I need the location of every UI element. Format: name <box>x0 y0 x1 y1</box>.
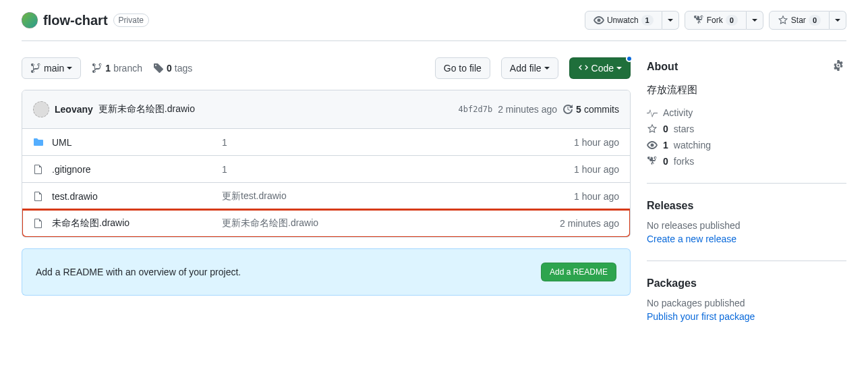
caret-down-icon <box>67 67 72 70</box>
file-name[interactable]: UML <box>52 137 214 148</box>
fork-dropdown[interactable] <box>747 11 763 30</box>
star-icon <box>647 124 658 134</box>
caret-down-icon <box>668 19 673 22</box>
about-settings-button[interactable] <box>830 57 846 76</box>
pulse-icon <box>647 107 658 118</box>
indicator-dot <box>626 55 633 62</box>
star-icon <box>778 15 788 26</box>
file-commit-message[interactable]: 更新未命名绘图.drawio <box>222 217 552 229</box>
packages-title: Packages <box>647 277 846 290</box>
gear-icon <box>833 60 844 71</box>
eye-icon <box>647 140 658 151</box>
repo-header: flow-chart Private Unwatch 1 Fork 0 <box>22 0 846 41</box>
activity-link[interactable]: Activity <box>647 107 846 118</box>
watch-count: 1 <box>641 15 654 26</box>
readme-prompt-text: Add a README with an overview of your pr… <box>36 267 541 277</box>
tag-icon <box>153 63 164 74</box>
eye-icon <box>594 15 604 26</box>
star-count: 0 <box>809 15 821 26</box>
tags-count-link[interactable]: 0 tags <box>153 63 192 74</box>
file-row: test.drawio更新test.drawio1 hour ago <box>22 183 630 210</box>
fork-icon <box>693 15 704 26</box>
star-dropdown[interactable] <box>830 11 846 30</box>
sidebar: About 存放流程图 Activity 0 stars <box>647 57 846 354</box>
file-nav: main 1 branch 0 tags Go to file Add file <box>22 57 631 79</box>
file-row: .gitignore11 hour ago <box>22 156 630 183</box>
packages-section: Packages No packages published Publish y… <box>647 277 846 338</box>
releases-section: Releases No releases published Create a … <box>647 200 846 261</box>
file-commit-message[interactable]: 1 <box>222 137 566 148</box>
publish-package-link[interactable]: Publish your first package <box>647 311 755 322</box>
file-commit-message[interactable]: 1 <box>222 164 566 175</box>
file-time: 2 minutes ago <box>560 218 619 229</box>
fork-button[interactable]: Fork 0 <box>685 11 747 30</box>
forks-link[interactable]: 0 forks <box>647 156 846 167</box>
commit-author[interactable]: Leovany <box>55 104 93 115</box>
star-button[interactable]: Star 0 <box>769 11 830 30</box>
about-section: About 存放流程图 Activity 0 stars <box>647 57 846 184</box>
fork-icon <box>647 156 658 167</box>
fork-button-group: Fork 0 <box>685 11 763 30</box>
visibility-badge: Private <box>113 13 149 27</box>
file-icon <box>33 218 44 229</box>
about-description: 存放流程图 <box>647 84 846 97</box>
latest-commit-bar: Leovany 更新未命名绘图.drawio 4bf2d7b 2 minutes… <box>22 90 630 129</box>
file-row: 未命名绘图.drawio更新未命名绘图.drawio2 minutes ago <box>22 210 630 237</box>
watch-button-group: Unwatch 1 <box>585 11 679 30</box>
caret-down-icon <box>544 67 550 70</box>
commit-message[interactable]: 更新未命名绘图.drawio <box>98 103 195 115</box>
readme-prompt: Add a README with an overview of your pr… <box>22 248 631 296</box>
fork-count: 0 <box>726 15 738 26</box>
code-icon <box>578 63 589 74</box>
file-icon <box>33 164 44 175</box>
file-list-box: Leovany 更新未命名绘图.drawio 4bf2d7b 2 minutes… <box>22 90 631 238</box>
folder-icon <box>33 137 44 148</box>
code-button[interactable]: Code <box>569 57 631 79</box>
branch-icon <box>30 63 41 74</box>
file-time: 1 hour ago <box>574 191 619 202</box>
add-readme-button[interactable]: Add a README <box>541 263 616 281</box>
stars-link[interactable]: 0 stars <box>647 124 846 134</box>
repo-name[interactable]: flow-chart <box>43 13 108 28</box>
file-name[interactable]: test.drawio <box>52 191 214 202</box>
commit-time: 2 minutes ago <box>498 104 557 115</box>
releases-none: No releases published <box>647 220 846 231</box>
commit-sha[interactable]: 4bf2d7b <box>459 105 493 114</box>
history-icon <box>562 104 573 115</box>
file-time: 1 hour ago <box>574 164 619 175</box>
caret-down-icon <box>752 19 757 22</box>
go-to-file-button[interactable]: Go to file <box>435 57 490 79</box>
create-release-link[interactable]: Create a new release <box>647 234 736 244</box>
releases-title: Releases <box>647 200 846 212</box>
repo-avatar[interactable] <box>22 12 38 28</box>
branch-count-link[interactable]: 1 branch <box>92 63 142 74</box>
file-time: 1 hour ago <box>574 137 619 148</box>
file-name[interactable]: .gitignore <box>52 164 214 175</box>
file-name[interactable]: 未命名绘图.drawio <box>52 217 214 229</box>
add-file-button[interactable]: Add file <box>501 57 558 79</box>
unwatch-button[interactable]: Unwatch 1 <box>585 11 662 30</box>
branch-icon <box>92 63 103 74</box>
packages-none: No packages published <box>647 298 846 308</box>
unwatch-dropdown[interactable] <box>662 11 679 30</box>
commits-link[interactable]: 5 commits <box>562 104 619 115</box>
caret-down-icon <box>835 19 840 22</box>
about-title: About <box>647 61 830 73</box>
watching-link[interactable]: 1 watching <box>647 140 846 151</box>
star-button-group: Star 0 <box>769 11 846 30</box>
file-row: UML11 hour ago <box>22 129 630 156</box>
caret-down-icon <box>616 67 622 70</box>
author-avatar[interactable] <box>33 101 49 117</box>
branch-select-button[interactable]: main <box>22 57 81 79</box>
file-commit-message[interactable]: 更新test.drawio <box>222 190 566 202</box>
file-icon <box>33 191 44 202</box>
